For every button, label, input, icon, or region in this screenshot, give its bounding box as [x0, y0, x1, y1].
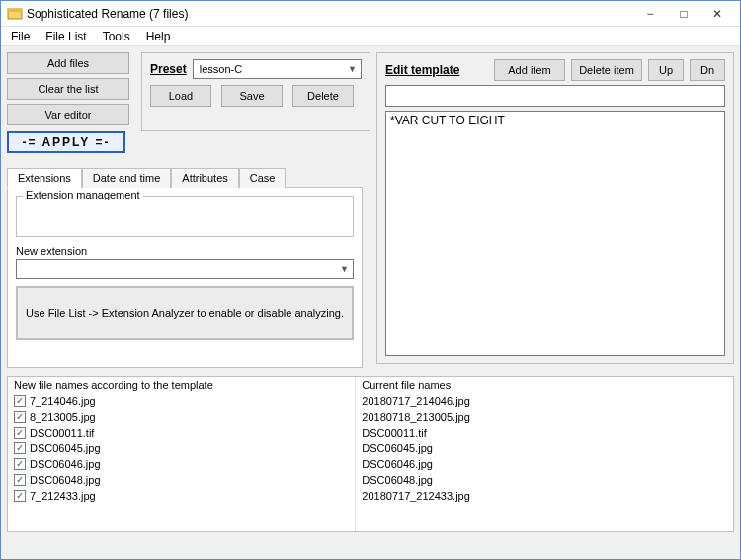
- new-names-header: New file names according to the template: [14, 379, 349, 391]
- new-filename: 7_214046.jpg: [30, 393, 96, 409]
- svg-rect-1: [8, 9, 22, 12]
- new-filename: DSC06048.jpg: [30, 472, 101, 488]
- tab-datetime[interactable]: Date and time: [82, 168, 171, 188]
- dn-button[interactable]: Dn: [690, 59, 725, 81]
- add-files-button[interactable]: Add files: [7, 52, 129, 74]
- top-row: Add files Clear the list Var editor -= A…: [7, 52, 734, 368]
- current-filename: 20180717_212433.jpg: [362, 488, 470, 504]
- title-bar: Sophisticated Rename (7 files) − □ ✕: [1, 1, 740, 27]
- chevron-down-icon: ▼: [340, 264, 349, 274]
- extension-management-label: Extension management: [23, 189, 143, 200]
- current-filename: DSC06045.jpg: [362, 440, 433, 456]
- edit-template-label: Edit template: [385, 63, 488, 77]
- new-filename: 8_213005.jpg: [30, 409, 96, 425]
- checkbox-icon[interactable]: ✓: [14, 411, 26, 423]
- preset-panel: Preset lesson-C ▼ Load Save Delete: [141, 52, 370, 131]
- tab-case[interactable]: Case: [239, 168, 287, 188]
- analyzer-hint: Use File List -> Extension Analyzer to e…: [16, 286, 354, 340]
- menu-bar: File File List Tools Help: [1, 27, 740, 46]
- table-row[interactable]: DSC00011.tif: [362, 425, 727, 440]
- table-row[interactable]: ✓7_214046.jpg: [14, 393, 349, 409]
- table-row[interactable]: DSC06048.jpg: [362, 472, 727, 488]
- apply-button[interactable]: -= APPLY =-: [7, 131, 125, 153]
- preset-label: Preset: [150, 62, 187, 76]
- checkbox-icon[interactable]: ✓: [14, 427, 26, 439]
- new-extension-combo[interactable]: ▼: [16, 259, 354, 279]
- table-row[interactable]: ✓DSC06048.jpg: [14, 472, 349, 488]
- current-filename: 20180718_213005.jpg: [362, 409, 470, 425]
- table-row[interactable]: 20180717_212433.jpg: [362, 488, 727, 504]
- menu-file[interactable]: File: [7, 29, 34, 44]
- preset-delete-button[interactable]: Delete: [292, 85, 354, 107]
- tab-body: Extension management New extension ▼ Use…: [7, 187, 363, 368]
- preset-load-button[interactable]: Load: [150, 85, 211, 107]
- chevron-down-icon: ▼: [348, 64, 357, 74]
- menu-help[interactable]: Help: [142, 29, 175, 44]
- new-filename: DSC00011.tif: [30, 425, 94, 440]
- preset-combo[interactable]: lesson-C ▼: [193, 59, 362, 79]
- table-row[interactable]: ✓DSC06046.jpg: [14, 456, 349, 472]
- current-names-header: Current file names: [362, 379, 727, 391]
- tab-attributes[interactable]: Attributes: [171, 168, 238, 188]
- menu-tools[interactable]: Tools: [99, 29, 134, 44]
- table-row[interactable]: ✓DSC00011.tif: [14, 425, 349, 440]
- maximize-button[interactable]: □: [667, 3, 700, 25]
- checkbox-icon[interactable]: ✓: [14, 442, 26, 454]
- preset-save-button[interactable]: Save: [221, 85, 283, 107]
- template-list[interactable]: *VAR CUT TO EIGHT: [385, 111, 725, 356]
- minimize-button[interactable]: −: [633, 3, 667, 25]
- window-title: Sophisticated Rename (7 files): [27, 7, 633, 21]
- preset-value: lesson-C: [200, 63, 242, 75]
- table-row[interactable]: 20180717_214046.jpg: [362, 393, 727, 409]
- clear-list-button[interactable]: Clear the list: [7, 78, 129, 100]
- current-filename: 20180717_214046.jpg: [362, 393, 470, 409]
- app-icon: [7, 6, 23, 22]
- up-button[interactable]: Up: [648, 59, 684, 81]
- new-extension-label: New extension: [16, 245, 354, 257]
- menu-filelist[interactable]: File List: [41, 29, 90, 44]
- table-row[interactable]: ✓8_213005.jpg: [14, 409, 349, 425]
- new-filename: DSC06045.jpg: [30, 440, 101, 456]
- table-row[interactable]: ✓DSC06045.jpg: [14, 440, 349, 456]
- checkbox-icon[interactable]: ✓: [14, 474, 26, 486]
- current-filename: DSC06048.jpg: [362, 472, 433, 488]
- side-buttons: Add files Clear the list Var editor: [7, 52, 129, 125]
- close-button[interactable]: ✕: [700, 3, 734, 25]
- tab-extensions[interactable]: Extensions: [7, 168, 82, 188]
- var-editor-button[interactable]: Var editor: [7, 104, 129, 125]
- options-tabs: Extensions Date and time Attributes Case…: [7, 167, 363, 368]
- template-list-item[interactable]: *VAR CUT TO EIGHT: [390, 114, 720, 127]
- add-item-button[interactable]: Add item: [494, 59, 565, 81]
- file-lists: New file names according to the template…: [7, 376, 734, 532]
- new-filename: DSC06046.jpg: [30, 456, 101, 472]
- delete-item-button[interactable]: Delete item: [571, 59, 642, 81]
- table-row[interactable]: ✓7_212433.jpg: [14, 488, 349, 504]
- current-names-column: Current file names 20180717_214046.jpg20…: [356, 377, 733, 531]
- template-input[interactable]: [385, 85, 725, 107]
- checkbox-icon[interactable]: ✓: [14, 490, 26, 502]
- edit-template-panel: Edit template Add item Delete item Up Dn…: [376, 52, 734, 364]
- current-filename: DSC06046.jpg: [362, 456, 433, 472]
- table-row[interactable]: 20180718_213005.jpg: [362, 409, 727, 425]
- table-row[interactable]: DSC06045.jpg: [362, 440, 727, 456]
- table-row[interactable]: DSC06046.jpg: [362, 456, 727, 472]
- new-names-column: New file names according to the template…: [8, 377, 356, 531]
- new-filename: 7_212433.jpg: [30, 488, 96, 504]
- current-filename: DSC00011.tif: [362, 425, 426, 440]
- extension-management-group: Extension management: [16, 196, 354, 237]
- checkbox-icon[interactable]: ✓: [14, 395, 26, 407]
- checkbox-icon[interactable]: ✓: [14, 458, 26, 470]
- client-area: Add files Clear the list Var editor -= A…: [1, 46, 740, 559]
